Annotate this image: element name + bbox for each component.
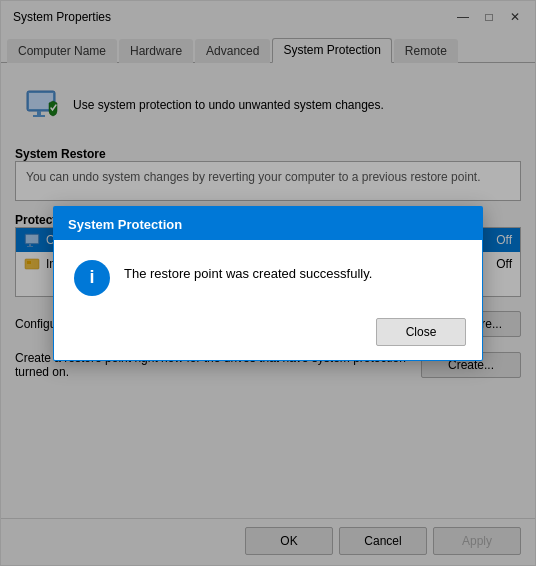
dialog-message: The restore point was created successful… [124,260,372,281]
dialog-body: i The restore point was created successf… [54,240,482,310]
dialog-close-button[interactable]: Close [376,318,466,346]
dialog-title: System Protection [54,209,482,240]
system-protection-dialog: System Protection i The restore point wa… [53,206,483,361]
dialog-overlay: System Protection i The restore point wa… [1,1,535,565]
info-icon: i [74,260,110,296]
dialog-footer: Close [54,310,482,360]
system-properties-window: System Properties — □ ✕ Computer Name Ha… [0,0,536,566]
